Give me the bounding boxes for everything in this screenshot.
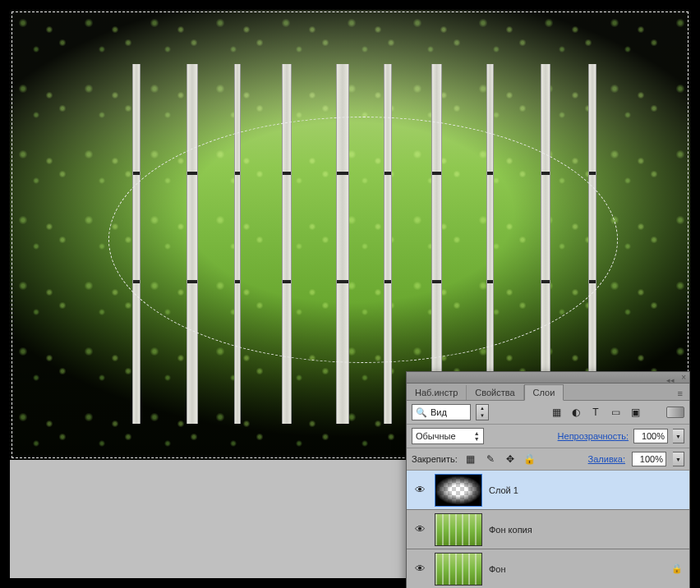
smartobject-icon[interactable]: ▣ (629, 406, 642, 419)
layer-thumbnail[interactable] (435, 474, 482, 507)
filter-stepper[interactable]: ▲▼ (476, 404, 489, 420)
tree-trunk (588, 64, 596, 424)
tab-strip: Наб.инстр Свойства Слои ≡ (407, 384, 689, 401)
fill-drop-icon[interactable]: ▼ (673, 452, 684, 466)
fill-field[interactable]: 100% (632, 452, 666, 466)
type-icon[interactable]: T (589, 406, 602, 419)
forest-thumb (435, 514, 481, 545)
panel-titlebar[interactable]: ◂◂ × (407, 372, 689, 384)
grip-icon: ◂◂ (666, 376, 675, 384)
visibility-toggle[interactable]: 👁 (412, 484, 428, 496)
tree-trunk (431, 64, 442, 424)
layer-row[interactable]: 👁 Фон копия (407, 510, 689, 549)
layer-row[interactable]: 👁 Фон 🔒 (407, 549, 689, 588)
layer-name-label[interactable]: Фон копия (489, 525, 684, 535)
shape-icon[interactable]: ▭ (609, 406, 622, 419)
tree-trunk (384, 64, 392, 424)
opacity-label[interactable]: Непрозрачность: (558, 431, 629, 441)
close-icon[interactable]: × (681, 373, 686, 382)
visibility-toggle[interactable]: 👁 (412, 523, 428, 535)
tab-layers[interactable]: Слои (524, 384, 564, 401)
select-arrows-icon: ▲▼ (474, 430, 480, 442)
image-icon[interactable]: ▦ (550, 406, 563, 419)
blend-mode-label: Обычные (416, 431, 456, 441)
filter-icons: ▦ ◐ T ▭ ▣ (550, 406, 642, 419)
filter-toggle-icon[interactable] (666, 407, 684, 418)
app-frame: ◂◂ × Наб.инстр Свойства Слои ≡ 🔍 Вид ▲▼ … (10, 10, 690, 578)
lock-icon-group: ▦ ✎ ✥ 🔒 (464, 452, 537, 466)
layer-thumbnail[interactable] (435, 553, 482, 586)
adjustments-icon[interactable]: ◐ (569, 406, 583, 419)
tree-trunk (132, 64, 140, 424)
tree-trunk (541, 64, 550, 424)
layer-name-label[interactable]: Фон (489, 564, 663, 574)
lock-pixels-icon[interactable]: ✎ (484, 452, 497, 466)
search-icon: 🔍 (416, 407, 427, 418)
lock-transparent-icon[interactable]: ▦ (464, 452, 477, 466)
lock-icon: 🔒 (670, 563, 684, 574)
tab-toolpresets[interactable]: Наб.инстр (407, 385, 467, 400)
lock-all-icon[interactable]: 🔒 (523, 452, 537, 466)
layer-name-label[interactable]: Слой 1 (489, 485, 684, 495)
tree-trunk (187, 64, 198, 424)
lock-row: Закрепить: ▦ ✎ ✥ 🔒 Заливка: 100% ▼ (407, 448, 689, 471)
opacity-field[interactable]: 100% (633, 429, 668, 443)
layer-list: 👁 Слой 1 👁 Фон копия 👁 Фон (407, 471, 689, 588)
visibility-toggle[interactable]: 👁 (412, 563, 428, 575)
layer-row[interactable]: 👁 Слой 1 (407, 471, 689, 510)
forest-thumb (435, 554, 481, 585)
filter-kind-label: Вид (431, 407, 447, 417)
opacity-drop-icon[interactable]: ▼ (673, 429, 684, 443)
vignette-overlay (435, 475, 481, 506)
tree-trunk (486, 64, 494, 424)
tree-trunk (282, 64, 292, 424)
layer-filter-select[interactable]: 🔍 Вид (412, 404, 471, 420)
panel-menu-icon[interactable]: ≡ (671, 387, 689, 400)
layers-panel: ◂◂ × Наб.инстр Свойства Слои ≡ 🔍 Вид ▲▼ … (406, 371, 690, 588)
lock-label: Закрепить: (412, 454, 458, 464)
blend-mode-select[interactable]: Обычные ▲▼ (412, 428, 484, 444)
tab-properties[interactable]: Свойства (467, 385, 523, 400)
layer-thumbnail[interactable] (435, 513, 482, 546)
filter-row: 🔍 Вид ▲▼ ▦ ◐ T ▭ ▣ (407, 401, 689, 425)
tree-trunk (234, 64, 241, 424)
tree-trunk (336, 64, 349, 424)
fill-label[interactable]: Заливка: (588, 454, 625, 464)
blend-row: Обычные ▲▼ Непрозрачность: 100% ▼ (407, 425, 689, 448)
lock-position-icon[interactable]: ✥ (504, 452, 517, 466)
